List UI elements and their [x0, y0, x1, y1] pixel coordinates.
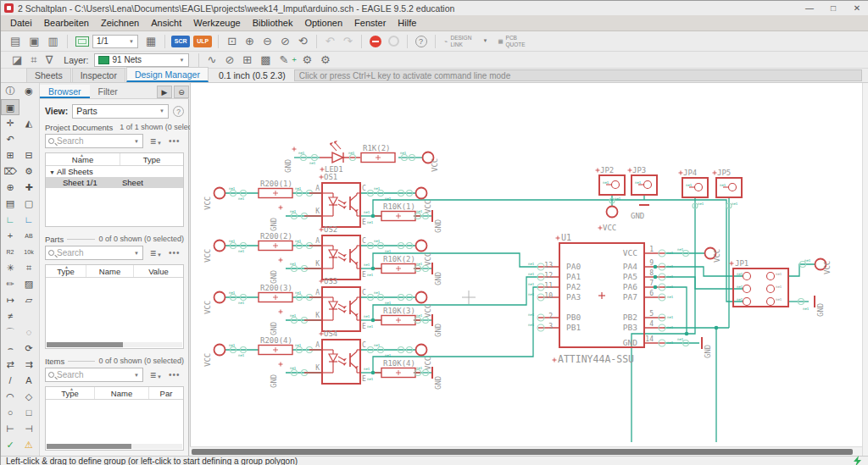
jumper-jp2[interactable]: JP2ne1 [596, 166, 626, 195]
left-tool-icon[interactable]: + [1, 228, 19, 244]
left-tool-icon[interactable]: ⓘ [1, 83, 19, 99]
frame-icon[interactable]: ⊞ [238, 52, 256, 69]
pcb-quote-button[interactable]: ▦ PCB Quote [498, 35, 531, 47]
settings2-icon[interactable]: ⚙ [316, 52, 335, 69]
layer-settings-icon[interactable]: ◪ [8, 52, 26, 69]
more-options-icon[interactable]: ••• [169, 248, 181, 257]
left-tool-icon[interactable]: ✛ [1, 115, 19, 131]
minimize-button[interactable]: — [798, 1, 821, 15]
grid-icon[interactable]: ⌗ [26, 52, 41, 69]
tab-sheets[interactable]: Sheets [26, 68, 71, 82]
sheet-selector[interactable]: 1/1▼ [92, 35, 138, 48]
table-row-all-sheets[interactable]: ▼All Sheets [46, 166, 183, 177]
left-tool-icon[interactable]: ⊕ [1, 180, 19, 196]
settings-icon[interactable]: ⚙ [298, 52, 316, 69]
jumper-jp5[interactable]: JP5ne1 [713, 169, 743, 197]
horizontal-scrollbar[interactable] [190, 446, 862, 456]
left-tool-icon[interactable] [19, 131, 38, 147]
tab-inspector[interactable]: Inspector [72, 68, 125, 82]
left-tool-icon[interactable]: ↦ [1, 292, 19, 308]
view-selector[interactable]: Parts▼ [72, 104, 169, 119]
left-tool-icon[interactable]: ⚠ [19, 437, 38, 453]
zoom-fit-icon[interactable]: ⊡ [223, 33, 241, 50]
more-options-icon[interactable]: ••• [169, 370, 181, 379]
opto-row-os1[interactable]: VCCne1ne1R200(1)ne1AGNDne1KOS1Cne1ne1VCC… [203, 173, 442, 233]
menu-zeichnen[interactable]: Zeichnen [95, 16, 145, 30]
left-tool-icon[interactable]: ⌦ [1, 163, 19, 180]
left-tool-icon[interactable]: ▤ [1, 196, 19, 212]
mouse-crosshair[interactable] [462, 291, 476, 304]
left-tool-icon[interactable]: ▨ [19, 276, 38, 292]
left-tool-icon[interactable]: A [19, 373, 38, 389]
menu-ansicht[interactable]: Ansicht [145, 16, 187, 30]
left-tool-icon[interactable]: ⌗ [19, 260, 38, 276]
menu-bibliothek[interactable]: Bibliothek [247, 16, 299, 30]
left-tool-icon[interactable]: ▢ [19, 196, 38, 212]
design-link-button[interactable]: ⌁ Design Link▼ [445, 35, 488, 47]
help-icon[interactable]: ? [415, 36, 427, 47]
list-options-icon[interactable]: ≡▼ [150, 369, 162, 381]
jp3-supply[interactable]: GNDne1ne1 [631, 202, 738, 220]
stop-icon[interactable] [370, 36, 381, 47]
run-ulp-button[interactable]: ULP [193, 36, 212, 47]
view-help-icon[interactable]: ? [173, 106, 184, 117]
scrollbar-thumb[interactable] [192, 449, 853, 455]
left-tool-icon[interactable]: ○ [1, 405, 19, 421]
left-tool-icon[interactable]: ∟ [19, 212, 38, 228]
opto-row-os3[interactable]: VCCne1ne1R200(3)ne1AGNDne1KOS3Cne1ne1VCC… [203, 277, 442, 337]
tab-design-manager[interactable]: Design Manager [126, 67, 209, 82]
left-tool-icon[interactable]: ▱ [19, 292, 38, 308]
list-options-icon[interactable]: ≡▼ [150, 247, 162, 259]
jumper-jp3[interactable]: JP3ne1 [628, 166, 658, 195]
left-tool-icon[interactable] [19, 99, 38, 115]
left-tool-icon[interactable]: ≠ [1, 308, 19, 324]
tab-browser[interactable]: Browser [40, 85, 90, 98]
schematic-drawing[interactable]: GNDLED1R1K(2)VCCne1ne1ne1ne1VCCne1ne1R20… [191, 83, 863, 446]
list-options-icon[interactable]: ≡▼ [150, 136, 162, 147]
maximize-button[interactable]: □ [821, 1, 845, 15]
parts-search[interactable]: ▼ [45, 246, 143, 260]
zoom-in-icon[interactable]: ⊕ [241, 33, 259, 50]
menu-optionen[interactable]: Optionen [298, 16, 348, 30]
print-icon[interactable]: ▥ [44, 33, 63, 50]
left-tool-icon[interactable]: ✓ [1, 437, 19, 453]
schematic-canvas[interactable]: GNDLED1R1K(2)VCCne1ne1ne1ne1VCCne1ne1R20… [190, 83, 862, 446]
layer-selector[interactable]: 91 Nets▼ [94, 53, 189, 67]
left-tool-icon[interactable]: R2 [1, 244, 19, 260]
left-tool-icon[interactable]: ◠ [1, 389, 19, 405]
jp2-supply[interactable]: ne1VCC [598, 197, 621, 232]
opto-row-os4[interactable]: VCCne1ne1R200(4)ne1AGNDne1KOS4Cne1ne1VCC… [203, 329, 442, 390]
left-tool-icon[interactable]: □ [19, 405, 38, 421]
command-line-input[interactable] [294, 69, 862, 81]
inspect-icon[interactable]: ⊘ [220, 52, 238, 69]
more-options-icon[interactable]: ••• [169, 136, 181, 146]
pattern-icon[interactable]: ▩ [256, 52, 275, 69]
zoom-select-icon[interactable]: ⊘ [276, 33, 294, 50]
left-tool-icon[interactable]: ◌ [19, 324, 38, 340]
parts-hscrollbar[interactable] [47, 342, 182, 347]
open-icon[interactable]: ▤ [6, 33, 25, 50]
left-tool-icon[interactable]: ⊣ [19, 421, 38, 437]
left-tool-icon[interactable]: ↶ [1, 131, 19, 147]
zoom-selection-button[interactable]: ⊖ [174, 86, 189, 98]
jumper-jp1[interactable]: JP1ne1ne1ne1ne1ne1ne1ne1ne1VCCGND [730, 258, 832, 317]
left-tool-icon[interactable]: ⇄ [1, 357, 19, 373]
left-tool-icon[interactable]: / [1, 373, 19, 389]
left-tool-icon[interactable]: ⌢ [1, 340, 19, 357]
jumper-jp4[interactable]: JP4ne1 [679, 169, 709, 197]
left-tool-icon[interactable]: ∟ [1, 212, 19, 228]
left-tool-icon[interactable]: 10k [19, 244, 38, 260]
menu-hilfe[interactable]: Hilfe [392, 16, 422, 30]
signal-icon[interactable]: ∿ [203, 52, 221, 69]
left-tool-icon[interactable]: ✳ [1, 260, 19, 276]
left-tool-icon[interactable]: ⌒ [1, 324, 19, 340]
left-tool-icon[interactable]: ✏ [1, 276, 19, 292]
vertical-scrollbar[interactable] [862, 83, 868, 456]
left-tool-icon[interactable]: ✚ [19, 180, 38, 196]
items-hscrollbar[interactable] [47, 444, 182, 449]
left-tool-icon[interactable]: ⊞ [1, 147, 19, 163]
filter-icon[interactable]: ∇ [42, 52, 58, 69]
left-tool-icon[interactable]: ⇉ [19, 357, 38, 373]
left-tool-icon[interactable] [19, 308, 38, 324]
left-tool-icon[interactable]: ◉ [19, 83, 38, 99]
